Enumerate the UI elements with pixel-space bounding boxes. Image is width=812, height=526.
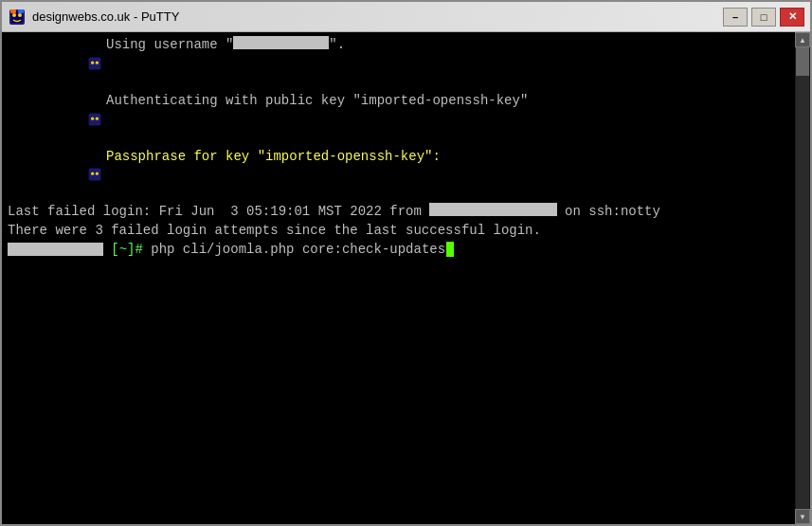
redacted-ip — [429, 203, 556, 216]
prompt-command: php cli/joomla.php core:check-updates — [151, 241, 445, 260]
svg-point-8 — [96, 61, 99, 63]
window-title: designwebs.co.uk - PuTTY — [32, 9, 179, 24]
prompt-line: [~]# php cli/joomla.php core:check-updat… — [8, 241, 789, 260]
terminal-line: Using username " ". — [8, 36, 789, 92]
terminal-line: Last failed login: Fri Jun 3 05:19:01 MS… — [8, 203, 789, 222]
line1-text: Using username " — [106, 36, 233, 55]
putty-line-icon — [8, 36, 106, 92]
scroll-up-button[interactable]: ▲ — [795, 32, 810, 47]
line4-text-after: on ssh:notty — [557, 203, 660, 222]
svg-point-7 — [91, 61, 94, 63]
svg-rect-12 — [89, 169, 101, 181]
terminal-cursor — [446, 242, 454, 257]
line2-text: Authenticating with public key "imported… — [106, 92, 528, 111]
terminal-area[interactable]: Using username " ". Authenticating with … — [2, 32, 810, 524]
close-button[interactable]: ✕ — [780, 8, 804, 27]
redacted-prompt-user — [8, 243, 103, 256]
svg-point-14 — [96, 172, 99, 175]
scroll-down-button[interactable]: ▼ — [795, 509, 810, 524]
svg-rect-6 — [89, 57, 101, 69]
svg-point-3 — [18, 13, 22, 17]
terminal-line: There were 3 failed login attempts since… — [8, 222, 789, 241]
svg-point-13 — [91, 172, 94, 175]
window-controls: – □ ✕ — [723, 8, 804, 27]
putty-line-icon — [8, 92, 106, 148]
putty-window: designwebs.co.uk - PuTTY – □ ✕ Using use… — [0, 0, 812, 526]
scrollbar-track[interactable] — [796, 47, 809, 509]
svg-point-10 — [91, 117, 94, 119]
title-bar: designwebs.co.uk - PuTTY – □ ✕ — [2, 2, 810, 32]
redacted-username — [233, 36, 329, 49]
terminal-line: Authenticating with public key "imported… — [8, 92, 789, 148]
svg-rect-4 — [10, 9, 16, 13]
terminal-line: Passphrase for key "imported-openssh-key… — [8, 148, 789, 204]
putty-line-icon — [8, 148, 106, 204]
putty-icon — [8, 8, 27, 27]
maximize-button[interactable]: □ — [751, 8, 776, 27]
scrollbar-thumb[interactable] — [796, 47, 809, 76]
svg-rect-5 — [18, 9, 24, 13]
minimize-button[interactable]: – — [723, 8, 748, 27]
line5-text: There were 3 failed login attempts since… — [8, 222, 541, 241]
title-bar-left: designwebs.co.uk - PuTTY — [8, 8, 179, 27]
prompt-bracket: [~]# — [103, 241, 151, 260]
line4-text-before: Last failed login: Fri Jun 3 05:19:01 MS… — [8, 203, 429, 222]
scrollbar: ▲ ▼ — [795, 32, 810, 524]
svg-point-2 — [12, 13, 16, 17]
svg-rect-9 — [89, 113, 101, 125]
line1-after: ". — [329, 36, 345, 55]
terminal-content[interactable]: Using username " ". Authenticating with … — [2, 32, 795, 524]
svg-point-11 — [96, 117, 99, 119]
line3-text: Passphrase for key "imported-openssh-key… — [106, 148, 441, 167]
